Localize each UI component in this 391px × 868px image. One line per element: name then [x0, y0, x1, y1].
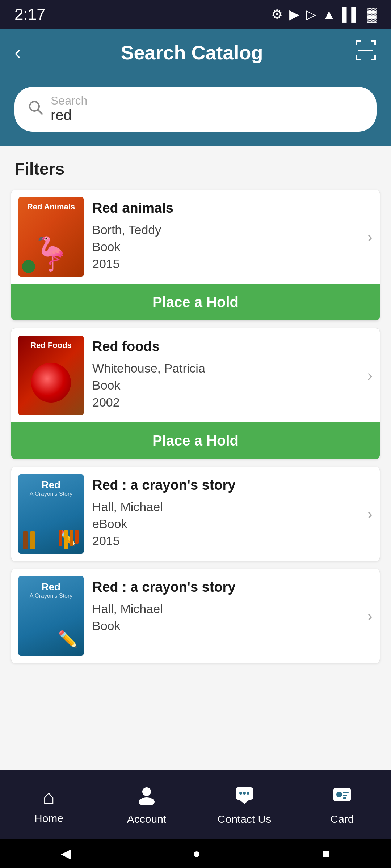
settings-icon: ⚙ [271, 7, 283, 22]
book-cover-1: Red Foods [18, 336, 84, 415]
bottom-nav: ⌂ Home Account Contact Us [0, 770, 391, 839]
recent-system-button[interactable]: ■ [322, 846, 330, 861]
status-bar: 2:17 ⚙ ▶ ▷ ▲ ▌▌ ▓ [0, 0, 391, 29]
book-title-1: Red foods [92, 338, 358, 356]
results-list: Red Animals 🦩 Red animals Borth, Teddy B… [0, 186, 391, 775]
search-input-area[interactable]: Search red [51, 95, 363, 124]
svg-rect-22 [343, 797, 346, 799]
search-input[interactable]: red [51, 106, 363, 124]
nav-account-label: Account [127, 813, 166, 825]
result-card-3[interactable]: Red A Crayon's Story ✏️ Red : a crayon's… [11, 569, 380, 663]
svg-rect-1 [356, 40, 357, 45]
result-card-1[interactable]: Red Foods Red foods Whitehouse, Patricia… [11, 328, 380, 459]
svg-rect-21 [343, 795, 347, 796]
wifi-icon: ▲ [323, 7, 336, 22]
chevron-right-2: › [367, 505, 373, 523]
crayon-title-3: Red [42, 581, 61, 593]
filters-label: Filters [14, 159, 64, 178]
book-info-2: Red : a crayon's story Hall, Michael eBo… [92, 474, 358, 554]
svg-rect-20 [343, 792, 349, 793]
result-card-2[interactable]: Red A Crayon's Story ✏️ Red : a crayon's… [11, 467, 380, 561]
back-button[interactable]: ‹ [14, 42, 36, 63]
contact-icon [234, 784, 255, 809]
book-info-0: Red animals Borth, Teddy Book 2015 [92, 197, 358, 277]
nav-contact-label: Contact Us [218, 813, 271, 825]
status-icons: ⚙ ▶ ▷ ▲ ▌▌ ▓ [271, 7, 377, 22]
book-type-1: Book [92, 378, 358, 392]
crayon-decoration-2 [23, 531, 35, 549]
svg-point-11 [142, 787, 151, 796]
svg-point-15 [239, 792, 242, 795]
book-type-2: eBook [92, 517, 358, 531]
search-icon [28, 99, 43, 119]
system-nav: ◀ ● ■ [0, 839, 391, 868]
svg-point-17 [247, 792, 249, 795]
book-cover-3: Red A Crayon's Story ✏️ [18, 576, 84, 656]
scan-button[interactable] [348, 39, 377, 65]
book-type-0: Book [92, 240, 358, 254]
chevron-right-3: › [367, 607, 373, 625]
book-author-3: Hall, Michael [92, 602, 358, 616]
header: ‹ Search Catalog [0, 29, 391, 76]
home-system-button[interactable]: ● [193, 846, 201, 861]
signal-icon: ▌▌ [342, 7, 361, 22]
book-year-2: 2015 [92, 534, 358, 548]
svg-point-12 [139, 797, 155, 805]
account-icon [136, 784, 157, 809]
book-cover-0: Red Animals 🦩 [18, 197, 84, 277]
book-year-0: 2015 [92, 257, 358, 271]
svg-line-10 [38, 110, 42, 114]
foods-circle [31, 363, 71, 403]
back-system-button[interactable]: ◀ [61, 846, 71, 861]
nav-card-label: Card [330, 813, 354, 825]
nav-home[interactable]: ⌂ Home [0, 770, 98, 839]
svg-point-19 [336, 792, 342, 797]
nav-contact[interactable]: Contact Us [196, 770, 293, 839]
chevron-right-0: › [367, 228, 373, 246]
book-info-3: Red : a crayon's story Hall, Michael Boo… [92, 576, 358, 656]
chevron-right-1: › [367, 366, 373, 384]
book-info-1: Red foods Whitehouse, Patricia Book 2002 [92, 336, 358, 415]
svg-rect-7 [374, 55, 376, 60]
page-title: Search Catalog [36, 41, 348, 64]
book-author-1: Whitehouse, Patricia [92, 361, 358, 375]
book-title-0: Red animals [92, 199, 358, 217]
result-card-content-2: Red A Crayon's Story ✏️ Red : a crayon's… [11, 467, 380, 561]
status-time: 2:17 [14, 5, 46, 24]
svg-rect-5 [356, 55, 357, 60]
cover-title-1: Red Foods [22, 341, 80, 350]
search-placeholder: Search [51, 95, 363, 106]
book-title-2: Red : a crayon's story [92, 476, 358, 494]
home-icon: ⌂ [43, 785, 55, 809]
place-hold-button-1[interactable]: Place a Hold [11, 422, 380, 459]
svg-point-16 [243, 792, 246, 795]
book-cover-2: Red A Crayon's Story ✏️ [18, 474, 84, 554]
result-card-content-1: Red Foods Red foods Whitehouse, Patricia… [11, 328, 380, 422]
search-container[interactable]: Search red [14, 87, 377, 132]
play-store-icon: ▷ [306, 7, 316, 22]
book-author-2: Hall, Michael [92, 500, 358, 514]
nav-card[interactable]: Card [293, 770, 391, 839]
crayon-subtitle-3: A Crayon's Story [30, 593, 73, 599]
result-card-content-3: Red A Crayon's Story ✏️ Red : a crayon's… [11, 569, 380, 663]
nav-account[interactable]: Account [98, 770, 196, 839]
filters-section: Filters [0, 146, 391, 186]
crayon-title-2: Red [42, 479, 61, 491]
book-title-3: Red : a crayon's story [92, 578, 358, 596]
svg-rect-8 [358, 50, 373, 51]
result-card-content-0: Red Animals 🦩 Red animals Borth, Teddy B… [11, 190, 380, 284]
result-card-0[interactable]: Red Animals 🦩 Red animals Borth, Teddy B… [11, 190, 380, 321]
place-hold-button-0[interactable]: Place a Hold [11, 284, 380, 320]
book-type-3: Book [92, 619, 358, 633]
svg-rect-3 [374, 40, 376, 45]
svg-marker-14 [239, 800, 249, 804]
badge-0 [22, 260, 35, 273]
cover-title-0: Red Animals [27, 202, 75, 212]
book-author-0: Borth, Teddy [92, 223, 358, 237]
card-icon [332, 784, 352, 809]
book-year-1: 2002 [92, 395, 358, 409]
search-area: Search red [0, 76, 391, 146]
crayon-subtitle-2: A Crayon's Story [30, 491, 73, 497]
battery-icon: ▓ [367, 7, 377, 22]
nav-home-label: Home [34, 812, 63, 825]
